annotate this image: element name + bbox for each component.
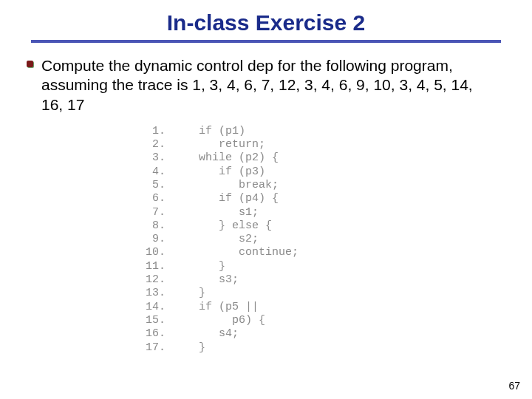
code-line: 17. } [140,341,532,355]
code-line: 7. s1; [140,206,532,219]
slide-title: In-class Exercise 2 [0,10,532,35]
code-line: 15. p6) { [140,314,532,327]
bullet-item: Compute the dynamic control dep for the … [41,56,495,115]
title-underline [31,40,501,43]
code-line: 16. s4; [140,327,532,341]
code-line: 14. if (p5 || [140,301,532,314]
code-line: 9. s2; [140,233,532,246]
code-line: 6. if (p4) { [140,192,532,205]
code-line: 3. while (p2) { [140,151,532,165]
code-line: 1. if (p1) [140,125,532,138]
code-line: 10. continue; [140,246,532,259]
bullet-icon [27,61,34,68]
code-line: 8. } else { [140,219,532,233]
code-line: 12. s3; [140,273,532,287]
code-line: 5. break; [140,179,532,192]
code-line: 11. } [140,260,532,273]
bullet-text: Compute the dynamic control dep for the … [41,57,473,113]
code-line: 13. } [140,287,532,300]
page-number: 67 [508,380,520,392]
code-line: 4. if (p3) [140,166,532,179]
code-line: 2. return; [140,138,532,151]
code-listing: 1. if (p1) 2. return; 3. while (p2) { 4.… [140,125,532,355]
